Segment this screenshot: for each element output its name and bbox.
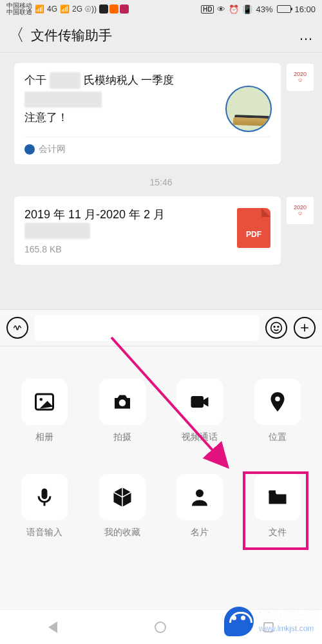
- input-bar: [0, 309, 322, 346]
- svg-point-5: [119, 399, 126, 406]
- redacted-text: ██████████: [24, 91, 102, 108]
- plus-button[interactable]: [294, 317, 316, 339]
- message-link-card[interactable]: 个干 ████ 氏模纳税人 一季度 ██████████ 注意了！ 会计网 20…: [0, 59, 322, 168]
- network-2: 2G: [72, 5, 82, 14]
- attach-video-call[interactable]: 视频通话: [164, 379, 236, 443]
- svg-point-0: [271, 323, 282, 334]
- attach-label: 视频通话: [182, 431, 218, 443]
- sound-wave-icon: [12, 322, 23, 334]
- attach-location[interactable]: 位置: [242, 379, 314, 443]
- status-bar: 中国移动 中国联通 📶 4G 📶 2G ⦾)) HD 👁 ⏰ 📳 43% 16:…: [0, 0, 322, 18]
- link-bubble[interactable]: 个干 ████ 氏模纳税人 一季度 ██████████ 注意了！ 会计网: [14, 63, 281, 164]
- link-thumbnail: [225, 86, 272, 132]
- pdf-icon: PDF: [237, 208, 270, 248]
- attach-label: 我的收藏: [104, 527, 140, 538]
- chat-body[interactable]: 个干 ████ 氏模纳税人 一季度 ██████████ 注意了！ 会计网 20…: [0, 53, 322, 269]
- svg-rect-6: [191, 396, 204, 408]
- source-icon: [24, 144, 35, 155]
- nav-back[interactable]: [48, 621, 57, 633]
- attach-contact-card[interactable]: 名片: [164, 474, 236, 538]
- smile-icon: [270, 321, 283, 334]
- redacted-text: ████████: [24, 223, 90, 239]
- file-size: 165.8 KB: [24, 244, 270, 254]
- tray-app-icons: [99, 5, 129, 14]
- carrier-2: 中国联通: [6, 9, 32, 15]
- attach-label: 相册: [35, 431, 53, 443]
- svg-rect-8: [42, 489, 48, 500]
- svg-point-7: [275, 397, 280, 402]
- nav-recent[interactable]: [263, 622, 274, 632]
- annotation-highlight: [243, 471, 308, 550]
- hd-badge: HD: [201, 5, 214, 14]
- signal-icon-2: 📶: [60, 5, 70, 14]
- back-button[interactable]: 〈: [8, 24, 24, 46]
- sender-avatar[interactable]: 2020☺: [286, 63, 314, 91]
- nav-home[interactable]: [155, 621, 166, 633]
- attach-label: 拍摄: [113, 431, 131, 443]
- chat-header: 〈 文件传输助手 …: [0, 18, 322, 53]
- attach-label: 位置: [269, 431, 287, 443]
- status-right: HD 👁 ⏰ 📳 43% 16:00: [201, 5, 316, 14]
- mic-icon: [33, 486, 56, 509]
- plus-icon: [298, 321, 311, 334]
- system-nav-bar: [0, 609, 322, 644]
- chat-title: 文件传输助手: [31, 26, 299, 44]
- status-time: 16:00: [294, 5, 316, 14]
- wifi-icon: ⦾)): [85, 5, 97, 14]
- attach-label: 语音输入: [26, 527, 62, 538]
- person-icon: [188, 486, 211, 509]
- attach-label: 名片: [191, 527, 209, 538]
- camera-icon: [111, 390, 134, 413]
- carrier-stack: 中国移动 中国联通: [6, 3, 32, 15]
- video-icon: [188, 390, 211, 413]
- link-source-row: 会计网: [24, 137, 270, 155]
- svg-point-1: [274, 327, 275, 328]
- battery-percent: 43%: [256, 5, 272, 14]
- vibrate-icon: 📳: [242, 5, 252, 14]
- emoji-button[interactable]: [265, 317, 287, 339]
- alarm-icon: ⏰: [229, 5, 239, 14]
- redacted-text: ████: [50, 72, 80, 89]
- status-left: 中国移动 中国联通 📶 4G 📶 2G ⦾)): [6, 3, 129, 15]
- attach-voice-input[interactable]: 语音输入: [9, 474, 80, 538]
- timestamp: 15:46: [0, 177, 322, 187]
- image-icon: [33, 390, 56, 413]
- attach-favorites[interactable]: 我的收藏: [87, 474, 158, 538]
- eye-icon: 👁: [217, 5, 225, 14]
- svg-point-9: [196, 489, 204, 497]
- battery-icon: [276, 5, 291, 13]
- attach-camera[interactable]: 拍摄: [87, 379, 158, 443]
- voice-toggle-button[interactable]: [6, 317, 28, 339]
- signal-icon: 📶: [35, 5, 44, 14]
- message-input[interactable]: [35, 315, 259, 341]
- svg-point-2: [278, 327, 279, 328]
- source-label: 会计网: [39, 144, 66, 155]
- network-1: 4G: [47, 5, 57, 14]
- link-line-1: 个干 ████ 氏模纳税人 一季度: [24, 72, 270, 89]
- more-button[interactable]: …: [299, 27, 314, 44]
- cube-icon: [111, 486, 134, 509]
- sender-avatar[interactable]: 2020☺: [286, 196, 314, 225]
- location-icon: [266, 390, 289, 413]
- file-bubble[interactable]: 2019 年 11 月-2020 年 2 月 ████████ 165.8 KB…: [14, 196, 281, 265]
- message-file[interactable]: 2019 年 11 月-2020 年 2 月 ████████ 165.8 KB…: [0, 193, 322, 269]
- attach-album[interactable]: 相册: [9, 379, 80, 443]
- file-title: 2019 年 11 月-2020 年 2 月 ████████: [24, 207, 270, 239]
- svg-point-4: [40, 398, 43, 401]
